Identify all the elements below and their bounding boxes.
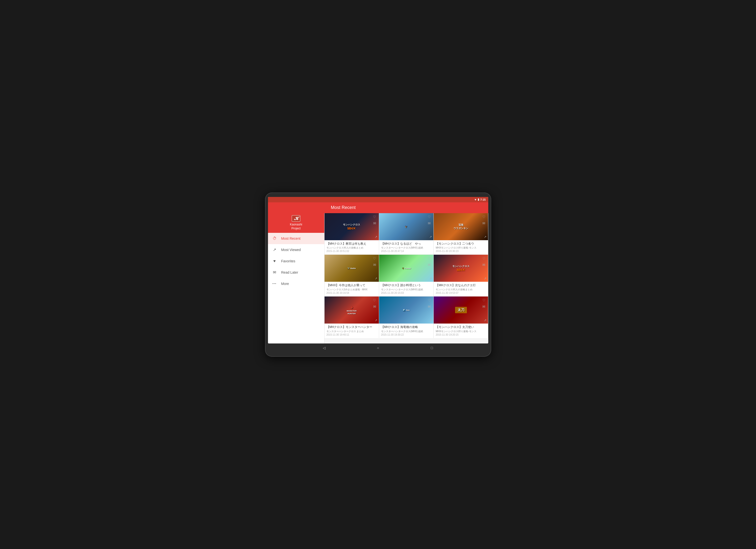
card-overlay-4: ♡ ✉: [372, 256, 377, 267]
card-overlay-1: ♡ ✉: [372, 214, 377, 226]
favorite-btn-6[interactable]: ♡: [481, 256, 487, 261]
nav-item-most-recent[interactable]: ⏱ Most Recent: [268, 233, 324, 244]
battery-icon: ▮: [478, 198, 479, 201]
favorite-btn-5[interactable]: ♡: [427, 256, 432, 261]
thumb-text-4: ⚔️ Battle: [347, 267, 356, 269]
card-4[interactable]: ⚔️ Battle ♡ ✉ ↗ 【MHX】今作は他人が乗って モンハンクロス2c…: [325, 255, 379, 296]
card-thumb-7: ◆ MONSTERHUNTER ♡ ✉ ↗: [325, 297, 379, 324]
read-later-btn-5[interactable]: ✉: [427, 262, 432, 267]
read-later-btn-4[interactable]: ✉: [372, 262, 377, 267]
favorite-btn-4[interactable]: ♡: [372, 256, 377, 261]
card-date-3: 2015-11-30 20:30:23: [436, 250, 486, 252]
card-overlay-7: ♡ ✉: [372, 297, 377, 309]
card-info-3: 【モンハンクロス】二つ名ウ MHXモンハンクロス狩り速報-モンス 2015-11…: [434, 240, 488, 255]
thumb-text-7: ◆ MONSTERHUNTER: [347, 305, 356, 315]
card-title-9: 【モンハンクロス】太刀使い: [436, 325, 486, 329]
favorite-btn-8[interactable]: ♡: [427, 297, 432, 303]
card-date-8: 2015-11-30 19:30:22: [381, 333, 431, 336]
favorites-icon: ♥: [272, 258, 277, 264]
time-display: 7:15: [480, 198, 486, 201]
card-info-2: 【MHクロス】なるほど やっ モンスターハンタークロス(MHX) 超絶 2015…: [379, 240, 433, 255]
card-subtitle-2: モンスターハンタークロス(MHX) 超絶: [381, 246, 431, 250]
card-subtitle-7: モンスターハンタークロス まとめ: [326, 330, 377, 333]
card-5[interactable]: 🌴 Forest ♡ ✉ ↗ 【MHクロス】誰か料理という モンスターハンターク…: [379, 255, 433, 296]
share-btn-9[interactable]: ↗: [484, 318, 487, 322]
card-subtitle-5: モンスターハンタークロス(MHX) 超絶: [381, 288, 431, 291]
card-thumb-2: 🦅 ♡ ✉ ↗: [379, 213, 433, 240]
card-3[interactable]: 宝珠ウラガンキン ♡ ✉ ↗ 【モンハンクロス】二つ名ウ MHXモンハンクロス狩…: [434, 213, 488, 255]
read-later-btn-8[interactable]: ✉: [427, 304, 432, 309]
home-button[interactable]: ○: [374, 344, 382, 352]
card-overlay-5: ♡ ✉: [427, 256, 432, 267]
card-overlay-2: ♡ ✉: [427, 214, 432, 226]
card-thumb-6: モンハンクロスMH✕ ♡ ✉ ↗: [434, 255, 488, 282]
share-btn-6[interactable]: ↗: [484, 277, 487, 280]
thumb-text-2: 🦅: [405, 225, 407, 228]
card-thumb-1: モンハンクロスMH✕ ♡ ✉ ↗: [325, 213, 379, 240]
card-date-7: 2015-11-30 19:40:11: [326, 333, 377, 336]
status-bar: ▼ ▮ 7:15: [268, 197, 488, 202]
card-6[interactable]: モンハンクロスMH✕ ♡ ✉ ↗ 【MHクロス】次なんのクエ行 モンハンクロス狩…: [434, 255, 488, 296]
card-info-8: 【MHクロス】海竜種の攻略 モンスターハンタークロス(MHX) 超絶 2015-…: [379, 324, 433, 338]
favorite-btn-7[interactable]: ♡: [372, 297, 377, 303]
card-info-6: 【MHクロス】次なんのクエ行 モンハンクロス狩人の攻略まとめ 2015-11-3…: [434, 282, 488, 296]
thumb-text-1: モンハンクロスMH✕: [343, 223, 360, 230]
favorite-btn-1[interactable]: ♡: [372, 214, 377, 220]
card-title-1: 【MHクロス】教官は何も教え: [326, 242, 377, 246]
read-later-btn-9[interactable]: ✉: [481, 304, 487, 309]
read-later-btn-7[interactable]: ✉: [372, 304, 377, 309]
tablet-frame: ▼ ▮ 7:15 Most Recent 𝒦 KaonashiProject: [265, 193, 491, 357]
card-8[interactable]: 🌊 Sea ♡ ✉ ↗ 【MHクロス】海竜種の攻略 モンスターハンタークロス(M…: [379, 297, 433, 338]
share-btn-4[interactable]: ↗: [375, 277, 377, 280]
share-btn-1[interactable]: ↗: [375, 235, 377, 239]
nav-item-most-viewed[interactable]: ↗ Most Viewed: [268, 244, 324, 255]
more-icon: •••: [272, 281, 277, 286]
card-thumb-9: 太刀 ♡ ✉ ↗: [434, 297, 488, 324]
nav-item-more[interactable]: ••• More: [268, 278, 324, 289]
share-btn-8[interactable]: ↗: [429, 318, 432, 322]
card-subtitle-9: MHXモンハンクロス狩り速報-モンス: [436, 330, 486, 333]
card-overlay-6: ♡ ✉: [481, 256, 487, 267]
card-date-6: 2015-11-30 19:53:07: [436, 292, 486, 294]
app-name: KaonashiProject: [290, 223, 302, 230]
card-title-2: 【MHクロス】なるほど やっ: [381, 242, 431, 246]
read-later-btn-6[interactable]: ✉: [481, 262, 487, 267]
favorite-btn-9[interactable]: ♡: [481, 297, 487, 303]
app-body: 𝒦 KaonashiProject ⏱ Most Recent ↗ Most V…: [268, 213, 488, 343]
recents-button[interactable]: □: [428, 344, 435, 352]
nav-item-favorites[interactable]: ♥ Favorites: [268, 255, 324, 267]
grid-container: モンハンクロスMH✕ ♡ ✉ ↗ 【MHクロス】教官は何も教え モンハンクロス狩…: [325, 213, 488, 338]
card-info-5: 【MHクロス】誰か料理という モンスターハンタークロス(MHX) 超絶 2015…: [379, 282, 433, 296]
wifi-icon: ▼: [474, 198, 477, 201]
read-later-btn-3[interactable]: ✉: [481, 221, 487, 226]
nav-label-more: More: [281, 282, 289, 286]
favorite-btn-2[interactable]: ♡: [427, 214, 432, 220]
read-later-btn-2[interactable]: ✉: [427, 221, 432, 226]
card-1[interactable]: モンハンクロスMH✕ ♡ ✉ ↗ 【MHクロス】教官は何も教え モンハンクロス狩…: [325, 213, 379, 255]
read-later-btn-1[interactable]: ✉: [372, 221, 377, 226]
share-btn-7[interactable]: ↗: [375, 318, 377, 322]
header-title: Most Recent: [331, 205, 356, 210]
card-subtitle-1: モンハンクロス狩人の攻略まとめ: [326, 246, 377, 250]
sidebar-nav: ⏱ Most Recent ↗ Most Viewed ♥ Favorites …: [268, 233, 324, 343]
favorite-btn-3[interactable]: ♡: [481, 214, 487, 220]
card-date-5: 2015-11-30 20:15:03: [381, 292, 431, 294]
card-subtitle-8: モンスターハンタークロス(MHX) 超絶: [381, 330, 431, 333]
most-viewed-icon: ↗: [272, 247, 277, 252]
card-date-4: 2015-11-30 20:16:54: [326, 292, 377, 294]
back-button[interactable]: ◁: [321, 344, 328, 352]
card-title-7: 【MHクロス】モンスターハンター: [326, 325, 377, 329]
nav-item-read-later[interactable]: ✉ Read Later: [268, 267, 324, 278]
nav-label-most-recent: Most Recent: [281, 237, 301, 240]
card-7[interactable]: ◆ MONSTERHUNTER ♡ ✉ ↗ 【MHクロス】モンスターハンター: [325, 297, 379, 338]
app-logo: 𝒦: [292, 215, 300, 222]
sidebar: 𝒦 KaonashiProject ⏱ Most Recent ↗ Most V…: [268, 213, 325, 343]
card-9[interactable]: 太刀 ♡ ✉ ↗ 【モンハンクロス】太刀使い MHXモンハンクロス狩り速報-モン…: [434, 297, 488, 338]
bottom-nav: ◁ ○ □: [268, 343, 488, 352]
share-btn-5[interactable]: ↗: [429, 277, 432, 280]
share-btn-2[interactable]: ↗: [429, 235, 432, 239]
share-btn-3[interactable]: ↗: [484, 235, 487, 239]
card-2[interactable]: 🦅 ♡ ✉ ↗ 【MHクロス】なるほど やっ モンスターハンタークロス(MHX)…: [379, 213, 433, 255]
read-later-icon: ✉: [272, 270, 277, 275]
card-subtitle-3: MHXモンハンクロス狩り速報-モンス: [436, 246, 486, 250]
